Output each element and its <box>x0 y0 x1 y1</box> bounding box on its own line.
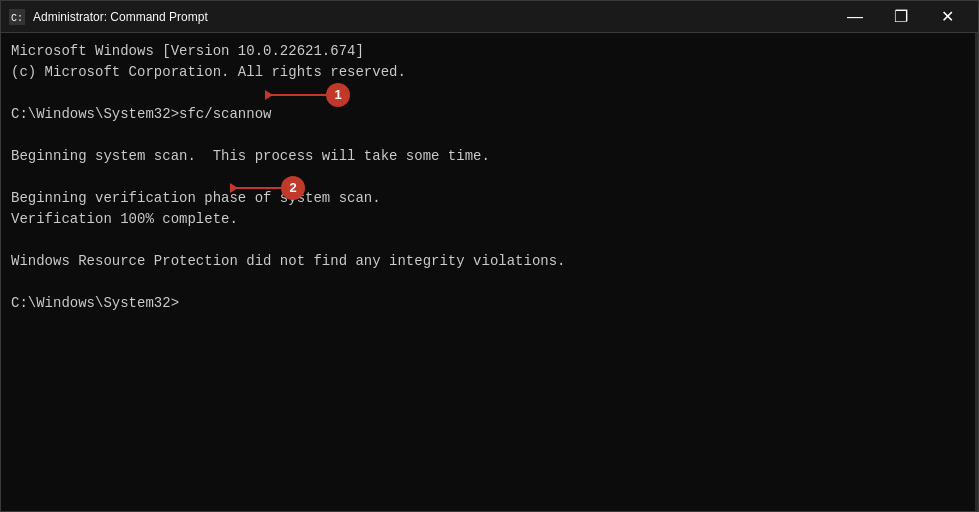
terminal-output: Microsoft Windows [Version 10.0.22621.67… <box>11 41 968 314</box>
cmd-icon: C: <box>9 9 25 25</box>
title-bar: C: Administrator: Command Prompt — ❐ ✕ <box>1 1 978 33</box>
terminal-line-prompt: C:\Windows\System32> <box>11 293 968 314</box>
terminal-line-empty <box>11 125 968 146</box>
minimize-button[interactable]: — <box>832 1 878 33</box>
terminal-line-verification-phase: Beginning verification phase of system s… <box>11 188 968 209</box>
terminal-line-verification-complete: Verification 100% complete. <box>11 209 968 230</box>
maximize-button[interactable]: ❐ <box>878 1 924 33</box>
terminal-line: Beginning system scan. This process will… <box>11 146 968 167</box>
terminal-line: Microsoft Windows [Version 10.0.22621.67… <box>11 41 968 62</box>
terminal-line: (c) Microsoft Corporation. All rights re… <box>11 62 968 83</box>
terminal-line-empty <box>11 167 968 188</box>
close-button[interactable]: ✕ <box>924 1 970 33</box>
border-accent <box>975 33 978 511</box>
window-title: Administrator: Command Prompt <box>33 10 832 24</box>
terminal-line-empty <box>11 272 968 293</box>
terminal-body[interactable]: Microsoft Windows [Version 10.0.22621.67… <box>1 33 978 511</box>
window-controls: — ❐ ✕ <box>832 1 970 33</box>
annotation-2: 2 <box>231 176 305 200</box>
svg-text:C:: C: <box>11 13 23 24</box>
window: C: Administrator: Command Prompt — ❐ ✕ M… <box>0 0 979 512</box>
terminal-line-empty <box>11 83 968 104</box>
terminal-line-protection: Windows Resource Protection did not find… <box>11 251 968 272</box>
terminal-line-empty <box>11 230 968 251</box>
annotation-badge-1: 1 <box>326 83 350 107</box>
terminal-line-command: C:\Windows\System32>sfc/scannow <box>11 104 968 125</box>
annotation-badge-2: 2 <box>281 176 305 200</box>
annotation-1: 1 <box>266 83 350 107</box>
